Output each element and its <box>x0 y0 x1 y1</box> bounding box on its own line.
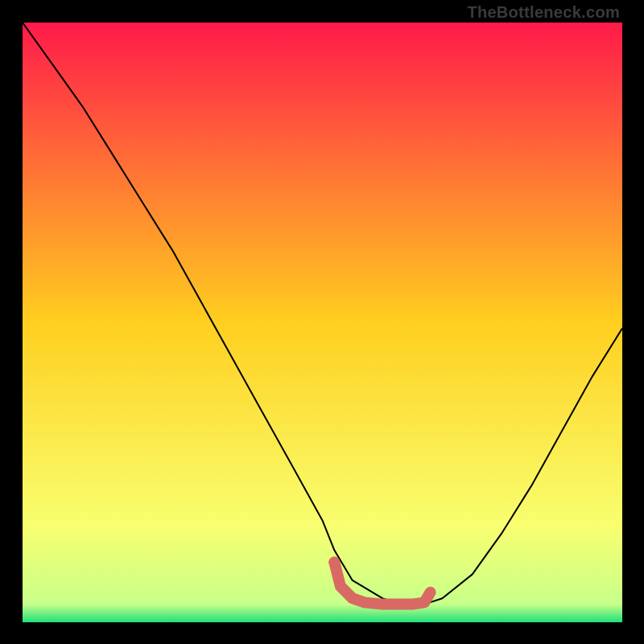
plot-area <box>23 23 622 622</box>
chart-frame: TheBottleneck.com <box>0 0 644 644</box>
svg-point-1 <box>328 557 340 568</box>
watermark-text: TheBottleneck.com <box>467 3 620 22</box>
chart-svg <box>23 23 622 622</box>
svg-rect-0 <box>23 23 622 622</box>
